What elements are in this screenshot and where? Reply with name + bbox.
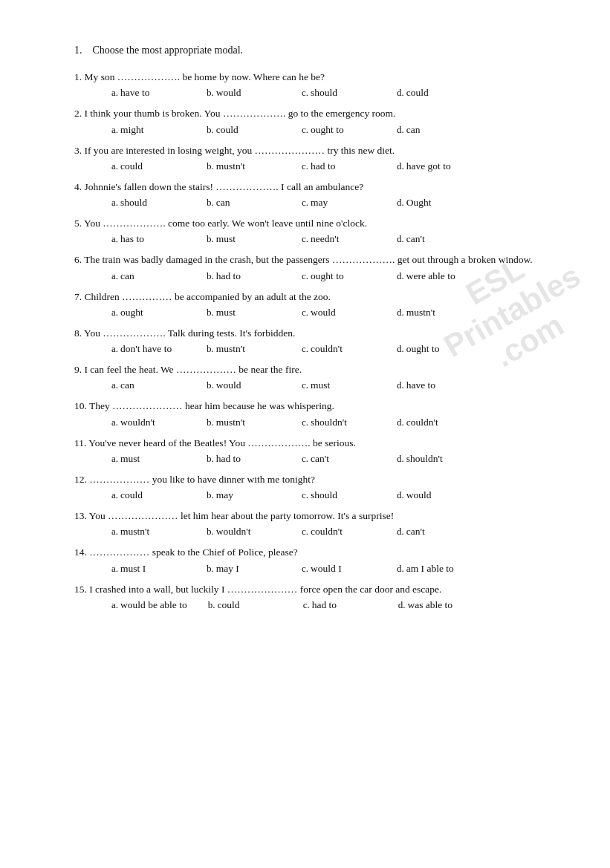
question-6: 6. The train was badly damaged in the cr… <box>74 252 551 281</box>
question-8-option-d: d.ought to <box>397 343 471 355</box>
option-letter: d. <box>397 160 404 172</box>
question-11: 11. You've never heard of the Beatles! Y… <box>74 436 551 465</box>
option-letter: d. <box>397 307 404 319</box>
question-3-option-c: c.had to <box>302 160 376 172</box>
questions-container: 1. My son ………………. be home by now. Where … <box>74 70 551 611</box>
option-text: must I <box>120 563 146 575</box>
option-text: might <box>120 124 144 136</box>
option-text: can <box>216 197 230 209</box>
option-text: can't <box>406 233 425 245</box>
question-3-text: 3. If you are interested in losing weigh… <box>74 143 551 158</box>
question-9-options: a.canb.wouldc.mustd.have to <box>74 379 551 391</box>
option-letter: c. <box>302 417 308 428</box>
option-text: had to <box>216 270 241 282</box>
question-6-options: a.canb.had toc.ought tod.were able to <box>74 270 551 282</box>
question-4-option-d: d.Ought <box>397 197 471 209</box>
question-9-text: 9. I can feel the heat. We ……………… be nea… <box>74 362 551 377</box>
option-text: should <box>120 197 147 209</box>
option-text: could <box>216 124 239 136</box>
question-5-option-a: a.has to <box>111 233 186 245</box>
option-text: Ought <box>406 197 432 209</box>
option-text: can <box>406 124 421 136</box>
question-2-options: a.mightb.couldc.ought tod.can <box>74 124 551 136</box>
question-1-option-b: b.would <box>207 87 281 99</box>
question-11-option-b: b.had to <box>207 453 281 465</box>
question-13-text: 13. You ………………… let him hear about the p… <box>74 509 551 523</box>
question-15-option-a: a.would be able to <box>111 599 187 611</box>
question-14-option-d: d.am I able to <box>397 563 471 575</box>
option-text: may <box>311 197 328 209</box>
question-8-option-a: a.don't have to <box>111 343 186 355</box>
option-text: wouldn't <box>216 526 251 538</box>
question-4-option-c: c.may <box>302 197 376 209</box>
question-1-option-a: a.have to <box>111 87 186 99</box>
question-6-text: 6. The train was badly damaged in the cr… <box>74 252 551 267</box>
option-letter: b. <box>207 307 214 319</box>
option-text: can <box>120 270 134 282</box>
option-letter: b. <box>207 124 214 136</box>
question-15-option-d: d.was able to <box>398 599 473 611</box>
question-12-options: a.couldb.mayc.shouldd.would <box>74 489 551 501</box>
question-6-option-c: c.ought to <box>302 270 376 282</box>
question-8-options: a.don't have tob.mustn'tc.couldn'td.ough… <box>74 343 551 355</box>
question-7-option-a: a.ought <box>111 307 186 319</box>
option-letter: a. <box>111 343 118 355</box>
instruction-number: 1. <box>74 45 82 56</box>
question-9-option-b: b.would <box>207 379 281 391</box>
question-1-options: a.have tob.wouldc.shouldd.could <box>74 87 551 99</box>
option-letter: c. <box>302 307 308 319</box>
option-text: could <box>120 489 143 501</box>
option-text: would be able to <box>120 599 187 611</box>
question-14-option-b: b.may I <box>207 563 281 575</box>
question-1-option-d: d.could <box>397 87 471 99</box>
question-10-option-d: d.couldn't <box>397 417 471 428</box>
option-letter: c. <box>302 526 308 538</box>
option-letter: b. <box>207 233 214 245</box>
option-letter: a. <box>111 160 118 172</box>
option-text: had to <box>312 599 337 611</box>
option-text: would <box>216 87 241 99</box>
option-letter: d. <box>397 526 404 538</box>
option-text: needn't <box>311 233 339 245</box>
option-text: would <box>216 379 241 391</box>
question-13: 13. You ………………… let him hear about the p… <box>74 509 551 538</box>
question-2: 2. I think your thumb is broken. You ………… <box>74 106 551 135</box>
option-text: mustn't <box>120 526 149 538</box>
option-text: should <box>311 87 337 99</box>
question-5-option-d: d.can't <box>397 233 471 245</box>
option-letter: d. <box>397 379 404 391</box>
option-text: had to <box>216 453 241 465</box>
option-letter: b. <box>207 563 214 575</box>
option-letter: b. <box>207 197 214 209</box>
option-text: shouldn't <box>406 453 443 465</box>
option-letter: d. <box>397 87 404 99</box>
question-10: 10. They ………………… hear him because he was… <box>74 399 551 428</box>
question-1: 1. My son ………………. be home by now. Where … <box>74 70 551 99</box>
option-text: mustn't <box>406 307 435 319</box>
option-text: must <box>120 453 140 465</box>
question-2-option-a: a.might <box>111 124 186 136</box>
question-2-text: 2. I think your thumb is broken. You ………… <box>74 106 551 121</box>
option-letter: c. <box>302 160 308 172</box>
option-text: could <box>217 599 239 611</box>
question-6-option-a: a.can <box>111 270 186 282</box>
option-text: ought to <box>406 343 440 355</box>
option-letter: a. <box>111 270 118 282</box>
question-9-option-d: d.have to <box>397 379 471 391</box>
option-text: ought <box>120 307 143 319</box>
option-letter: b. <box>207 379 214 391</box>
option-text: was able to <box>407 599 452 611</box>
option-text: couldn't <box>406 417 438 428</box>
question-15-option-c: c.had to <box>303 599 377 611</box>
question-2-option-b: b.could <box>207 124 281 136</box>
question-1-option-c: c.should <box>302 87 376 99</box>
option-letter: a. <box>111 197 118 209</box>
option-letter: b. <box>207 526 214 538</box>
option-text: have to <box>120 87 149 99</box>
option-letter: c. <box>302 87 308 99</box>
option-text: must <box>311 379 330 391</box>
option-letter: d. <box>398 599 406 611</box>
question-5-text: 5. You ………………. come too early. We won't … <box>74 216 551 231</box>
question-3-option-b: b.mustn't <box>207 160 281 172</box>
question-3-options: a.couldb.mustn'tc.had tod.have got to <box>74 160 551 172</box>
